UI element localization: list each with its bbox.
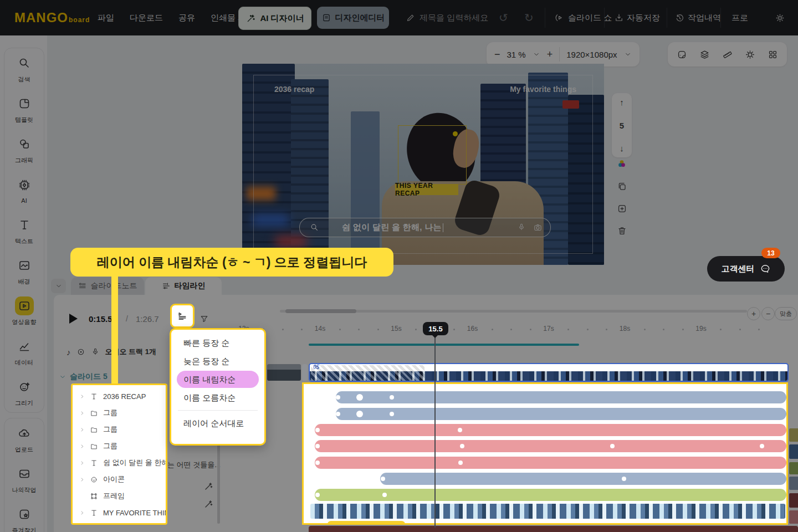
duplicate-page-button[interactable] xyxy=(614,178,630,194)
slide-filmstrip[interactable]: 05 xyxy=(309,363,789,382)
filter-button[interactable] xyxy=(196,310,212,327)
layer-row[interactable]: 쉼 없이 달린 올 한해, xyxy=(73,454,166,471)
sidebar-item-graphic[interactable]: 그래픽 xyxy=(4,129,44,170)
timeline-zoom-out-button[interactable]: − xyxy=(761,307,775,320)
layer-row[interactable]: 그룹 xyxy=(73,438,166,454)
clip-blue-2[interactable] xyxy=(336,408,786,420)
track-bar-maroon[interactable] xyxy=(309,526,798,532)
focus-icon[interactable] xyxy=(745,49,755,60)
menu-item-1[interactable]: 늦은 등장 순 xyxy=(177,352,259,370)
sidebar-item-search[interactable]: 검색 xyxy=(4,48,44,89)
canvas-badge-this-year-recap[interactable]: THIS YEAR RECAP xyxy=(395,184,458,195)
layer-row[interactable]: 그룹 xyxy=(73,421,166,438)
settings-gear-button[interactable] xyxy=(775,0,785,35)
playhead-badge[interactable]: 15.5 xyxy=(423,322,448,335)
app-logo[interactable]: MANGOboard xyxy=(14,10,90,25)
play-button[interactable] xyxy=(69,314,78,324)
undo-button[interactable]: ↺ xyxy=(499,0,508,35)
ruler-icon[interactable] xyxy=(722,49,733,60)
zoom-level[interactable]: 31 % xyxy=(507,50,526,59)
animation-sparkle-icon[interactable] xyxy=(203,499,215,511)
tab-timeline[interactable]: 타임라인 xyxy=(145,277,222,295)
timeline-ruler[interactable]: 13s14s15s16s17s18s19s xyxy=(233,323,798,337)
zoom-out-button[interactable]: − xyxy=(494,49,500,60)
sidebar-item-favorites[interactable]: 즐겨찾기 xyxy=(4,499,44,532)
sidebar-item-upload[interactable]: 업로드 xyxy=(4,418,44,459)
chevron-right-icon[interactable] xyxy=(79,477,86,483)
clip-pink-1[interactable] xyxy=(315,424,786,436)
clip-trim-handle[interactable] xyxy=(302,364,308,381)
page-up-button[interactable]: ↑ xyxy=(620,98,624,107)
layers-icon[interactable] xyxy=(699,49,710,60)
sidebar-item-background[interactable]: 배경 xyxy=(4,250,44,291)
menu-item-3[interactable]: 이름 오름차순 xyxy=(177,389,259,406)
sidebar-item-draw[interactable]: 그리기 xyxy=(4,372,44,412)
chevron-right-icon[interactable] xyxy=(79,427,86,433)
pro-menu[interactable]: 프로 xyxy=(732,0,748,35)
menu-item-0[interactable]: 빠른 등장 순 xyxy=(177,334,259,351)
sidebar-item-data[interactable]: 데이터 xyxy=(4,331,44,372)
layer-row[interactable]: 아이콘 xyxy=(73,471,166,488)
zoom-in-button[interactable]: + xyxy=(547,49,553,60)
layer-row[interactable]: 그룹 xyxy=(73,405,166,421)
ai-designer-button[interactable]: AI 디자이너 xyxy=(238,7,311,30)
delete-page-button[interactable] xyxy=(614,223,630,238)
chevron-down-icon[interactable] xyxy=(533,50,540,58)
redo-button[interactable]: ↻ xyxy=(524,0,534,35)
clip-pink-3[interactable] xyxy=(315,457,786,469)
canvas-size[interactable]: 1920×1080px xyxy=(566,50,617,59)
top-menu-download[interactable]: 다운로드 xyxy=(130,13,163,23)
filmstrip-track[interactable] xyxy=(310,504,785,519)
animation-sparkle-icon[interactable] xyxy=(203,481,215,493)
layer-row[interactable]: 프레임 xyxy=(73,488,166,504)
playhead-line[interactable] xyxy=(434,337,436,528)
document-title-input[interactable]: 제목을 입력하세요 xyxy=(406,0,488,35)
chevron-right-icon[interactable] xyxy=(79,443,86,449)
autosave-button[interactable]: 자동저장 xyxy=(614,0,660,35)
fit-button[interactable]: 맞춤 xyxy=(775,307,797,320)
add-page-button[interactable] xyxy=(614,201,630,216)
page-down-button[interactable]: ↓ xyxy=(620,144,624,153)
clip-blue-1[interactable] xyxy=(336,391,786,403)
chevron-right-icon[interactable] xyxy=(79,460,86,466)
grid-view-icon[interactable] xyxy=(768,49,778,60)
page-manager-icon[interactable] xyxy=(677,49,687,60)
menu-item-2[interactable]: 이름 내림차순 xyxy=(177,371,259,388)
sidebar-item-video-audio[interactable]: 영상음향 xyxy=(4,291,44,331)
layer-row[interactable]: MY FAVORITE THIN xyxy=(73,504,166,521)
canvas-text-favorite-things[interactable]: My favorite things xyxy=(510,85,576,94)
canvas-search-bar[interactable]: 쉼 없이 달린 올 한해, 나는 xyxy=(299,218,551,237)
customer-support-button[interactable]: 고객센터 xyxy=(707,256,785,282)
design-editor-button[interactable]: 디자인에디터 xyxy=(317,7,389,29)
chevron-right-icon[interactable] xyxy=(79,510,86,516)
canvas-text-2036-recap[interactable]: 2036 recap xyxy=(274,85,314,94)
design-canvas[interactable]: 2036 recap My favorite things THIS YEAR … xyxy=(242,64,604,265)
menu-item-5[interactable]: 레이어 순서대로 xyxy=(177,415,259,432)
history-button[interactable]: 작업내역 xyxy=(675,0,721,35)
sidebar-item-my-work[interactable]: 나의작업 xyxy=(4,459,44,499)
collapse-panel-button[interactable] xyxy=(51,279,66,293)
clip-green-1[interactable] xyxy=(315,489,786,501)
selection-handle[interactable] xyxy=(453,131,458,136)
sidebar-item-template[interactable]: 템플릿 xyxy=(4,89,44,129)
clip-blue-3[interactable] xyxy=(380,473,786,485)
top-menu-share[interactable]: 공유 xyxy=(178,13,195,23)
tab-slide-note[interactable]: 슬라이드노트 xyxy=(71,277,144,295)
timeline-zoom-in-button[interactable]: + xyxy=(747,307,760,320)
sort-order-button[interactable] xyxy=(170,304,195,328)
previous-slide-strip[interactable] xyxy=(267,364,301,381)
audio-track-bar[interactable] xyxy=(309,344,579,346)
color-theme-button[interactable] xyxy=(614,156,630,172)
sidebar-item-ai[interactable]: AI xyxy=(4,170,44,210)
layer-row[interactable]: 2036 RECAP xyxy=(73,388,166,405)
slideshow-button[interactable]: 슬라이드 쇼 xyxy=(554,0,612,35)
chevron-down-icon[interactable] xyxy=(624,50,632,58)
scrollbar-handle[interactable] xyxy=(285,309,356,313)
top-menu-file[interactable]: 파일 xyxy=(98,13,114,23)
clip-pink-2[interactable] xyxy=(315,440,786,452)
chevron-right-icon[interactable] xyxy=(79,393,86,400)
sidebar-item-text[interactable]: 텍스트 xyxy=(4,210,44,250)
slide-group-row[interactable]: 슬라이드 5 xyxy=(59,372,108,382)
track-bar-yellow[interactable] xyxy=(328,521,405,525)
chevron-right-icon[interactable] xyxy=(79,410,86,416)
